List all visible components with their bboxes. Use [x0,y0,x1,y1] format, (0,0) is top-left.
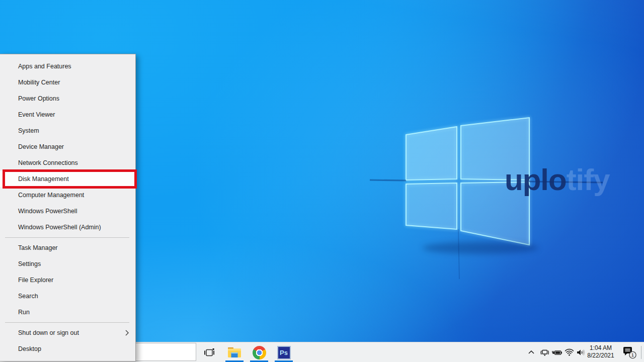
photoshop-icon-label: Ps [280,349,288,356]
display-connect-icon [540,348,549,357]
chrome-taskbar-button[interactable] [250,343,268,361]
menu-item-label: Windows PowerShell [18,208,77,215]
menu-item-mobility-center[interactable]: Mobility Center [0,74,135,90]
show-desktop-button[interactable] [641,342,644,362]
menu-item-label: Desktop [18,345,41,352]
clock-date: 8/22/2021 [586,352,616,359]
menu-item-network-connections[interactable]: Network Connections [0,155,135,171]
tray-expand-button[interactable] [525,342,537,362]
photoshop-icon: Ps [277,346,291,359]
menu-item-power-options[interactable]: Power Options [0,90,135,107]
menu-item-label: Device Manager [18,143,64,150]
menu-item-computer-management[interactable]: Computer Management [0,187,135,203]
menu-item-disk-management[interactable]: Disk Management [0,171,135,187]
notification-badge: 1 [631,352,633,357]
menu-item-label: Event Viewer [18,111,55,118]
wifi-icon [565,348,574,357]
photoshop-taskbar-button[interactable]: Ps [275,343,293,361]
menu-item-windows-powershell-admin[interactable]: Windows PowerShell (Admin) [0,219,135,235]
task-view-icon [204,347,215,357]
action-center-icon: 1 [623,346,636,359]
submenu-chevron-icon [125,329,129,336]
menu-item-label: Mobility Center [18,79,60,86]
menu-item-run[interactable]: Run [0,304,135,320]
chrome-icon [253,346,266,359]
uplotify-watermark: uplotify [505,165,610,195]
action-center-button[interactable]: 1 [621,342,638,362]
display-connect-button[interactable] [538,342,550,362]
taskbar-clock[interactable]: 1:04 AM 8/22/2021 [586,344,616,359]
watermark-dark-part: uplo [505,163,567,197]
winx-menu: Apps and Features Mobility Center Power … [0,54,136,361]
file-explorer-icon [227,346,242,358]
menu-item-desktop[interactable]: Desktop [0,341,135,357]
menu-item-label: Power Options [18,95,59,102]
menu-item-label: Settings [18,260,41,267]
menu-item-shut-down-or-sign-out[interactable]: Shut down or sign out [0,325,135,341]
menu-item-device-manager[interactable]: Device Manager [0,139,135,155]
menu-item-search[interactable]: Search [0,288,135,304]
chevron-up-icon [527,348,536,357]
network-button[interactable] [563,342,575,362]
menu-item-label: Computer Management [18,192,84,199]
file-explorer-taskbar-button[interactable] [225,343,244,361]
menu-separator [5,237,129,238]
watermark-light-part: tify [567,163,610,197]
menu-item-event-viewer[interactable]: Event Viewer [0,107,135,123]
menu-item-system[interactable]: System [0,123,135,139]
menu-item-label: Shut down or sign out [18,329,79,336]
menu-item-label: Windows PowerShell (Admin) [18,224,101,231]
taskbar-search-box[interactable] [135,343,196,361]
menu-item-task-manager[interactable]: Task Manager [0,240,135,256]
menu-item-label: Search [18,293,38,300]
menu-item-apps-and-features[interactable]: Apps and Features [0,58,135,74]
menu-item-label: Run [18,309,30,316]
battery-charging-icon [552,348,562,357]
menu-item-label: Task Manager [18,244,58,251]
menu-item-label: Apps and Features [18,63,71,70]
menu-item-label: Disk Management [18,175,69,183]
clock-time: 1:04 AM [586,344,616,352]
menu-separator [5,322,129,323]
menu-item-windows-powershell[interactable]: Windows PowerShell [0,203,135,219]
menu-item-settings[interactable]: Settings [0,256,135,272]
menu-item-label: File Explorer [18,277,53,284]
desktop: uplotify Apps and Features Mobility Cent… [0,0,644,362]
menu-item-label: System [18,127,39,134]
menu-item-file-explorer[interactable]: File Explorer [0,272,135,288]
battery-status-button[interactable] [550,342,564,362]
volume-icon [576,348,586,357]
task-view-button[interactable] [200,343,218,361]
menu-item-label: Network Connections [18,159,78,166]
